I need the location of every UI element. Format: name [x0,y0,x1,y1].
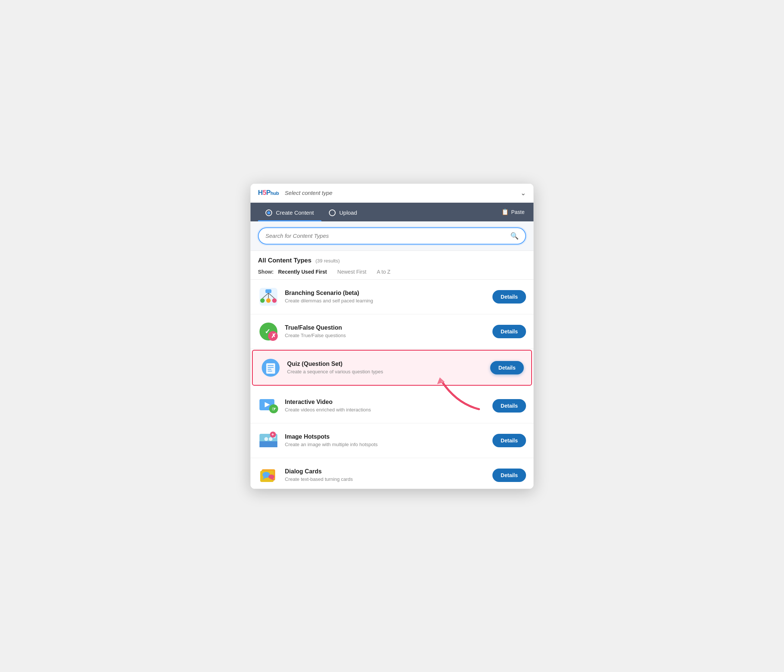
content-text: Dialog Cards Create text-based turning c… [285,468,487,482]
list-item: + Image Hotspots Create an image with mu… [250,423,534,458]
svg-point-26 [264,437,268,441]
search-area: 🔍 [250,221,534,251]
chevron-down-icon[interactable]: ⌄ [520,189,526,197]
svg-rect-25 [260,441,277,447]
branching-icon [258,286,279,307]
svg-marker-19 [437,378,445,384]
video-icon: ☞ [258,395,279,416]
svg-rect-1 [266,289,271,293]
content-types-title: All Content Types (39 results) [258,257,526,264]
list-item-quiz: Quiz (Question Set) Create a sequence of… [252,350,532,386]
svg-rect-14 [268,365,274,366]
filter-recently-used[interactable]: Recently Used First [276,268,329,275]
list-item: Dialog Cards Create text-based turning c… [250,458,534,489]
modal-container: H5Phub Select content type ⌄ Create Cont… [250,183,534,489]
tab-bar: Create Content Upload 📋 Paste [250,203,534,221]
paste-button[interactable]: 📋 Paste [500,205,526,218]
svg-marker-18 [437,378,445,384]
svg-rect-15 [268,367,274,368]
search-box: 🔍 [258,227,526,244]
content-text: Quiz (Question Set) Create a sequence of… [287,361,484,375]
svg-point-4 [272,298,277,303]
content-text: True/False Question Create True/False qu… [285,324,487,338]
svg-point-3 [266,298,271,303]
truefalse-icon: ✓ ✗ [258,321,279,342]
list-item: Branching Scenario (beta) Create dilemma… [250,280,534,314]
list-item: ☞ Interactive Video Create videos enrich… [250,389,534,423]
logo: H5Phub [258,189,279,197]
svg-rect-13 [266,363,275,374]
search-button[interactable]: 🔍 [510,232,518,240]
filter-row: All Content Types (39 results) Show: Rec… [250,251,534,280]
search-input[interactable] [266,233,507,239]
tab-create-content[interactable]: Create Content [258,203,322,221]
svg-point-2 [260,298,265,303]
tab-upload[interactable]: Upload [322,203,365,221]
svg-text:+: + [271,432,274,437]
details-button[interactable]: Details [492,290,526,303]
details-button[interactable]: Details [492,434,526,447]
content-text: Interactive Video Create videos enriched… [285,399,487,412]
svg-point-35 [268,474,274,479]
svg-rect-16 [268,369,271,370]
filter-options: Show: Recently Used First Newest First A… [258,268,526,275]
filter-newest-first[interactable]: Newest First [335,268,369,275]
content-list: Branching Scenario (beta) Create dilemma… [250,280,534,489]
details-button[interactable]: Details [492,399,526,412]
tab-options: Create Content Upload [258,203,364,221]
dialog-icon [258,465,279,486]
filter-a-to-z[interactable]: A to Z [375,268,393,275]
list-item: ✓ ✗ True/False Question Create True/Fals… [250,314,534,349]
content-text: Branching Scenario (beta) Create dilemma… [285,290,487,303]
details-button[interactable]: Details [492,325,526,338]
svg-text:☞: ☞ [272,406,276,412]
quiz-icon [260,357,281,378]
svg-point-27 [269,437,272,441]
top-bar-left: H5Phub Select content type [258,189,332,197]
page-subtitle: Select content type [285,190,333,196]
svg-rect-17 [268,371,272,372]
radio-upload [329,210,336,216]
content-text: Image Hotspots Create an image with mult… [285,434,487,447]
svg-text:✗: ✗ [271,333,276,339]
paste-icon: 📋 [501,208,509,215]
hotspots-icon: + [258,430,279,451]
top-bar: H5Phub Select content type ⌄ [250,184,534,203]
radio-create [266,210,272,216]
details-button[interactable]: Details [490,361,524,375]
details-button[interactable]: Details [492,468,526,482]
